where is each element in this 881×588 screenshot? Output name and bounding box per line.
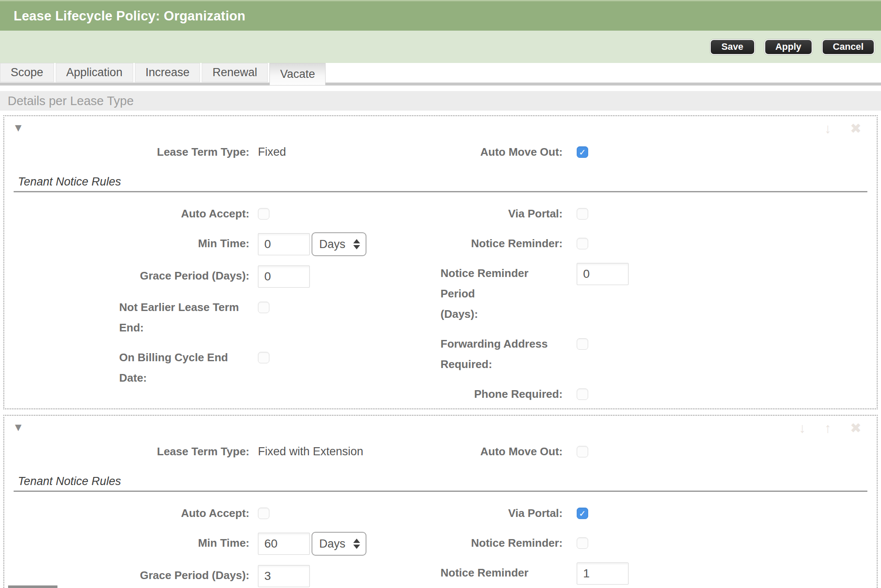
auto-accept-label: Auto Accept: [119,503,258,523]
forwarding-address-required-field: Forwarding Address Required: ✓ [440,334,868,374]
min-time-input[interactable] [258,533,310,555]
panel-head: ▼ ↓ ↑ ✖ [13,416,868,436]
not-earlier-lease-term-end-checkbox[interactable]: ✓ [258,302,269,313]
tab-scope[interactable]: Scope [0,63,54,82]
min-time-label: Min Time: [119,233,258,254]
auto-accept-checkbox[interactable]: ✓ [258,508,269,519]
lease-term-row: Lease Term Type: Fixed with Extension Au… [13,441,868,471]
lease-term-row: Lease Term Type: Fixed Auto Move Out: ✓ [13,142,868,171]
page-title: Lease Lifecycle Policy: Organization [14,9,246,24]
lease-term-type-value: Fixed [258,142,286,162]
notice-reminder-period-input[interactable] [577,263,629,285]
tab-bar: Scope Application Increase Renewal Vacat… [0,63,881,86]
tab-increase[interactable]: Increase [135,63,200,82]
min-time-unit-select[interactable]: Days [312,532,366,556]
panel-head: ▼ ↓ ✖ [13,116,868,137]
auto-accept-field: Auto Accept: ✓ [13,203,440,224]
auto-move-out-label: Auto Move Out: [440,441,577,462]
forwarding-address-required-checkbox[interactable]: ✓ [577,338,588,350]
notice-reminder-period-field: Notice Reminder Period (Days): [440,562,868,588]
min-time-label: Min Time: [119,533,258,553]
tenant-notice-rules-header: Tenant Notice Rules [14,172,867,192]
section-header: Details per Lease Type [0,91,881,111]
auto-move-out-checkbox[interactable]: ✓ [577,146,588,158]
cancel-button[interactable]: Cancel [822,39,875,55]
grace-period-field: Grace Period (Days): [13,565,440,587]
grace-period-input[interactable] [258,565,310,587]
via-portal-field: Via Portal: ✓ [440,503,868,523]
auto-accept-checkbox[interactable]: ✓ [258,208,269,220]
lease-type-panel-fixed-with-extension: ▼ ↓ ↑ ✖ Lease Term Type: Fixed with Exte… [3,415,878,588]
on-billing-cycle-end-date-checkbox[interactable]: ✓ [258,352,269,363]
tab-application[interactable]: Application [56,63,133,82]
grace-period-label: Grace Period (Days): [119,265,258,286]
tenant-notice-rules-header: Tenant Notice Rules [14,472,867,492]
auto-accept-field: Auto Accept: ✓ [13,503,440,523]
remove-panel-icon[interactable]: ✖ [850,122,861,135]
min-time-unit-select[interactable]: Days [312,232,366,256]
tenant-notice-rules-form: Auto Accept: ✓ Min Time: Days Grace Peri… [13,203,868,409]
collapse-arrow-icon[interactable]: ▼ [13,422,24,433]
min-time-unit-value: Days [319,537,346,551]
forwarding-address-required-label: Forwarding Address Required: [440,334,577,374]
tenant-notice-rules-form: Auto Accept: ✓ Min Time: Days Grace Peri… [13,503,868,588]
phone-required-checkbox[interactable]: ✓ [577,388,588,400]
notice-reminder-period-field: Notice Reminder Period (Days): [440,263,868,324]
grace-period-field: Grace Period (Days): [13,265,440,288]
via-portal-field: Via Portal: ✓ [440,203,868,224]
notice-reminder-label: Notice Reminder: [440,533,577,553]
panel-actions: ↓ ↑ ✖ [799,422,868,434]
partial-button-edge[interactable] [8,585,57,588]
grace-period-input[interactable] [258,265,310,288]
save-button[interactable]: Save [710,39,755,55]
auto-move-out-field: Auto Move Out: ✓ [440,142,868,162]
not-earlier-lease-term-end-field: Not Earlier Lease Term End: ✓ [13,297,440,338]
notice-reminder-checkbox[interactable]: ✓ [577,537,588,549]
tab-renewal[interactable]: Renewal [202,63,268,82]
notice-reminder-period-input[interactable] [577,562,629,585]
via-portal-checkbox[interactable]: ✓ [577,208,588,220]
notice-reminder-field: Notice Reminder: ✓ [440,533,868,553]
section-title: Details per Lease Type [8,94,134,108]
tab-vacate[interactable]: Vacate [269,63,326,86]
lease-term-type-value: Fixed with Extension [258,441,363,462]
via-portal-label: Via Portal: [440,203,577,224]
min-time-unit-value: Days [319,238,346,251]
remove-panel-icon[interactable]: ✖ [850,422,861,434]
via-portal-label: Via Portal: [440,503,577,523]
notice-reminder-period-label: Notice Reminder Period (Days): [440,562,577,588]
notice-reminder-label: Notice Reminder: [440,233,577,254]
notice-reminder-field: Notice Reminder: ✓ [440,233,868,254]
check-icon: ✓ [579,509,586,518]
phone-required-field: Phone Required: ✓ [440,384,868,404]
move-up-icon[interactable]: ↑ [824,422,831,434]
notice-reminder-checkbox[interactable]: ✓ [577,238,588,249]
apply-button[interactable]: Apply [764,39,812,55]
action-bar: Save Apply Cancel [0,31,881,63]
not-earlier-lease-term-end-label: Not Earlier Lease Term End: [119,297,258,338]
min-time-field: Min Time: Days [13,233,440,256]
min-time-field: Min Time: Days [13,533,440,556]
phone-required-label: Phone Required: [440,384,577,404]
check-icon: ✓ [579,148,586,157]
lease-term-type-field: Lease Term Type: Fixed [13,142,440,162]
page: Lease Lifecycle Policy: Organization Sav… [0,0,881,588]
select-arrows-icon [353,539,360,549]
on-billing-cycle-end-date-label: On Billing Cycle End Date: [119,347,258,388]
move-down-icon[interactable]: ↓ [824,122,831,135]
via-portal-checkbox[interactable]: ✓ [577,508,588,519]
tab-underline [0,83,881,86]
tenant-notice-rules-title: Tenant Notice Rules [18,475,121,488]
collapse-arrow-icon[interactable]: ▼ [13,122,24,133]
select-arrows-icon [353,239,360,249]
move-down-icon[interactable]: ↓ [799,422,806,434]
lease-term-type-field: Lease Term Type: Fixed with Extension [13,441,440,462]
auto-accept-label: Auto Accept: [119,203,258,224]
auto-move-out-checkbox[interactable]: ✓ [577,446,588,457]
lease-type-panel-fixed: ▼ ↓ ✖ Lease Term Type: Fixed Auto Move O… [3,115,878,409]
lease-term-type-label: Lease Term Type: [119,441,258,462]
panel-actions: ↓ ✖ [824,122,868,135]
tenant-notice-rules-title: Tenant Notice Rules [18,175,121,188]
notice-reminder-period-label: Notice Reminder Period (Days): [440,263,577,324]
min-time-input[interactable] [258,233,310,255]
